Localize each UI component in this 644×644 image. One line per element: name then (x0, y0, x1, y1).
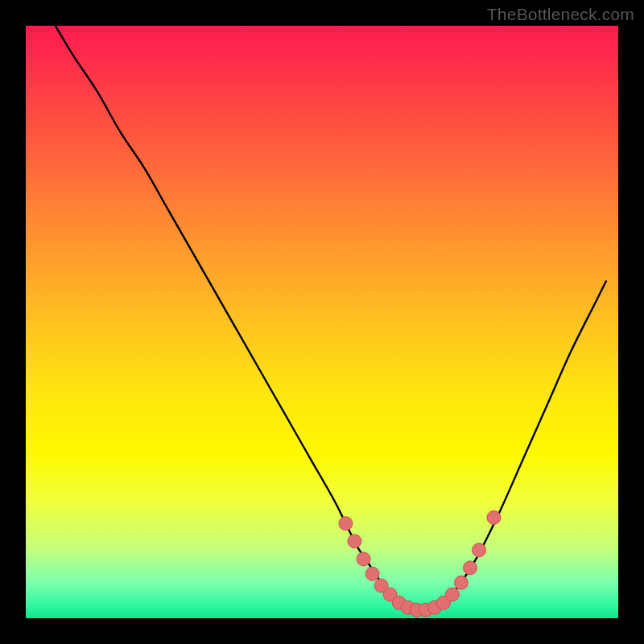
watermark-text: TheBottleneck.com (487, 5, 634, 24)
marker-dot (454, 576, 468, 589)
marker-dot (348, 535, 361, 548)
marker-dot (357, 552, 370, 566)
bottleneck-curve (56, 26, 606, 612)
marker-dot (473, 543, 486, 557)
marker-dot (365, 567, 379, 580)
marker-dot (445, 588, 459, 601)
chart-container: TheBottleneck.com (0, 0, 644, 644)
marker-dot (464, 561, 477, 575)
optimal-markers (339, 510, 501, 617)
marker-dot (487, 510, 501, 524)
marker-dot (339, 517, 353, 530)
plot-svg (26, 26, 618, 618)
